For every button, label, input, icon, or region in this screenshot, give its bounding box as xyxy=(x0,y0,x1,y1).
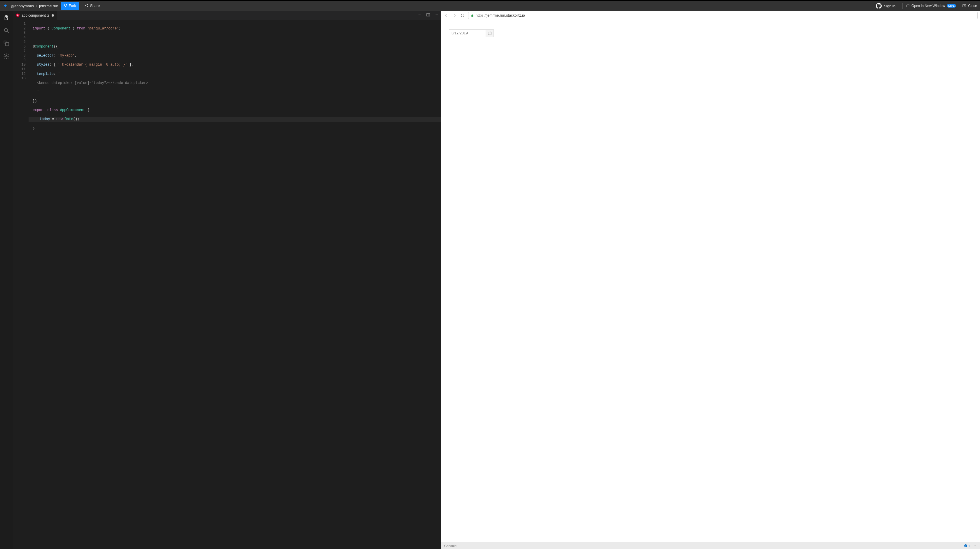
svg-point-1 xyxy=(5,29,8,32)
console-label: Console xyxy=(444,544,457,547)
svg-point-6 xyxy=(435,14,436,15)
open-new-window-button[interactable]: Open in New Window LIVE xyxy=(905,4,956,8)
breadcrumb-project[interactable]: jemrme.run xyxy=(39,4,58,8)
code-editor[interactable]: 12345678910111213 import { Component } f… xyxy=(13,20,441,549)
svg-rect-0 xyxy=(963,5,966,7)
breadcrumb-separator: / xyxy=(36,4,37,8)
svg-rect-10 xyxy=(488,32,492,35)
console-bar[interactable]: Console 1 xyxy=(441,542,980,549)
tab-dirty-indicator xyxy=(52,14,54,17)
calendar-icon xyxy=(488,31,492,35)
preview-url-protocol: https:// xyxy=(476,13,487,17)
close-label: Close xyxy=(968,4,977,8)
editor-column: app.component.ts 12345678910111213 i xyxy=(13,11,441,549)
tab-actions xyxy=(415,11,441,20)
datepicker-calendar-button[interactable] xyxy=(485,29,494,37)
editor-code-area[interactable]: import { Component } from '@angular/core… xyxy=(29,20,441,549)
svg-point-4 xyxy=(6,56,7,57)
share-icon xyxy=(84,4,88,8)
activity-files-icon[interactable] xyxy=(3,14,10,21)
close-panel-icon xyxy=(962,4,966,8)
tab-filename: app.component.ts xyxy=(22,13,49,17)
nav-reload-icon[interactable] xyxy=(460,13,465,18)
activity-ports-icon[interactable] xyxy=(3,40,10,47)
topbar-separator xyxy=(902,3,903,9)
topbar: @anonymous / jemrme.run Fork Share Sign … xyxy=(0,1,980,11)
console-info-count[interactable]: 1 xyxy=(964,544,970,547)
nav-back-icon[interactable] xyxy=(444,13,449,18)
kendo-datepicker xyxy=(449,29,494,37)
live-badge: LIVE xyxy=(947,4,956,8)
editor-gutter: 12345678910111213 xyxy=(13,20,29,549)
console-toggle-icon[interactable] xyxy=(974,544,977,548)
more-actions-icon[interactable] xyxy=(434,13,439,18)
share-button[interactable]: Share xyxy=(81,2,103,10)
new-window-icon xyxy=(905,4,910,8)
topbar-separator-2 xyxy=(959,3,959,9)
format-code-icon[interactable] xyxy=(418,13,422,18)
preview-toolbar: https://jemrme.run.stackblitz.io xyxy=(441,11,980,20)
open-new-window-label: Open in New Window xyxy=(912,4,945,8)
editor-tabs: app.component.ts xyxy=(13,11,441,20)
breadcrumb-owner[interactable]: @anonymous xyxy=(11,4,34,8)
info-icon xyxy=(964,544,967,547)
stackblitz-logo-icon[interactable] xyxy=(3,3,8,8)
split-editor-icon[interactable] xyxy=(426,13,431,18)
preview-url-host: jemrme.run.stackblitz.io xyxy=(487,13,525,17)
preview-body[interactable] xyxy=(441,20,980,542)
svg-point-7 xyxy=(436,14,437,15)
sign-in-button[interactable]: Sign in xyxy=(876,3,896,9)
preview-column: https://jemrme.run.stackblitz.io Console… xyxy=(441,11,980,549)
activity-bar xyxy=(0,11,13,549)
close-button[interactable]: Close xyxy=(962,4,977,8)
fork-button-label: Fork xyxy=(69,4,76,8)
preview-url-bar[interactable]: https://jemrme.run.stackblitz.io xyxy=(468,12,978,19)
angular-file-icon xyxy=(16,13,20,18)
lock-icon xyxy=(471,14,474,17)
share-button-label: Share xyxy=(90,4,100,8)
svg-rect-9 xyxy=(471,15,473,17)
activity-search-icon[interactable] xyxy=(3,27,10,34)
nav-forward-icon[interactable] xyxy=(452,13,457,18)
sign-in-label: Sign in xyxy=(884,4,896,8)
fork-icon xyxy=(64,4,67,8)
fork-button[interactable]: Fork xyxy=(60,2,79,10)
main-split: app.component.ts 12345678910111213 i xyxy=(0,11,980,549)
tab-app-component[interactable]: app.component.ts xyxy=(13,11,57,20)
svg-point-8 xyxy=(437,14,438,15)
console-info-number: 1 xyxy=(968,544,970,547)
datepicker-input[interactable] xyxy=(449,29,485,37)
github-icon xyxy=(876,3,882,9)
activity-settings-icon[interactable] xyxy=(3,53,10,60)
